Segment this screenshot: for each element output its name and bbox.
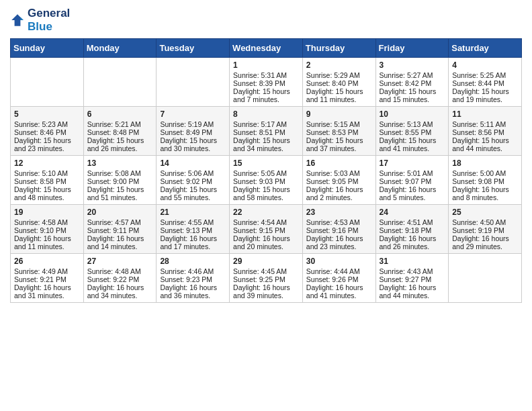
day-info-line: Daylight: 16 hours bbox=[87, 234, 153, 242]
calendar-day-25: 25Sunrise: 4:50 AMSunset: 9:19 PMDayligh… bbox=[449, 204, 522, 253]
day-info-line: Sunset: 9:08 PM bbox=[452, 177, 518, 185]
weekday-header-friday: Friday bbox=[375, 38, 449, 57]
day-info-line: Sunrise: 5:23 AM bbox=[14, 120, 80, 128]
day-info-line: Sunrise: 4:46 AM bbox=[160, 267, 226, 275]
calendar-day-7: 7Sunrise: 5:19 AMSunset: 8:49 PMDaylight… bbox=[157, 106, 230, 155]
day-info-line: Daylight: 15 hours bbox=[14, 136, 80, 144]
weekday-header-thursday: Thursday bbox=[302, 38, 375, 57]
day-number: 6 bbox=[87, 109, 153, 119]
day-info-line: Sunrise: 4:48 AM bbox=[87, 267, 153, 275]
day-info-line: and 36 minutes. bbox=[160, 291, 226, 300]
calendar-day-14: 14Sunrise: 5:06 AMSunset: 9:02 PMDayligh… bbox=[157, 155, 230, 204]
day-info-line: Sunset: 8:39 PM bbox=[233, 79, 299, 87]
day-info-line: Daylight: 16 hours bbox=[380, 234, 445, 242]
weekday-header-row: SundayMondayTuesdayWednesdayThursdayFrid… bbox=[11, 38, 522, 57]
day-number: 22 bbox=[233, 208, 299, 217]
day-number: 15 bbox=[233, 158, 299, 168]
day-info-line: Sunset: 9:11 PM bbox=[87, 226, 153, 234]
day-info-line: Sunset: 8:55 PM bbox=[380, 128, 445, 136]
day-number: 9 bbox=[306, 109, 372, 119]
day-info-line: Daylight: 15 hours bbox=[233, 136, 299, 144]
day-info-line: Sunset: 9:26 PM bbox=[306, 275, 372, 283]
day-info-line: Sunset: 9:16 PM bbox=[306, 226, 372, 234]
day-info-line: Daylight: 16 hours bbox=[306, 185, 372, 193]
day-info-line: and 31 minutes. bbox=[14, 291, 80, 300]
day-info-line: Daylight: 15 hours bbox=[233, 185, 299, 193]
calendar-day-11: 11Sunrise: 5:11 AMSunset: 8:56 PMDayligh… bbox=[449, 106, 522, 155]
day-info-line: Sunrise: 5:01 AM bbox=[380, 169, 445, 177]
day-info-line: and 34 minutes. bbox=[233, 144, 299, 152]
day-info-line: Sunrise: 5:19 AM bbox=[160, 120, 226, 128]
day-info-line: Sunrise: 4:53 AM bbox=[306, 218, 372, 226]
day-info-line: and 48 minutes. bbox=[14, 193, 80, 201]
day-info-line: and 17 minutes. bbox=[160, 242, 226, 250]
day-number: 1 bbox=[233, 60, 299, 70]
day-info-line: and 15 minutes. bbox=[380, 95, 445, 103]
calendar-day-27: 27Sunrise: 4:48 AMSunset: 9:22 PMDayligh… bbox=[83, 253, 157, 302]
day-number: 13 bbox=[87, 158, 153, 168]
day-info-line: and 51 minutes. bbox=[87, 193, 153, 201]
day-number: 3 bbox=[380, 60, 445, 70]
day-info-line: Sunrise: 4:43 AM bbox=[380, 267, 445, 275]
weekday-header-wednesday: Wednesday bbox=[230, 38, 303, 57]
day-info-line: Sunrise: 5:11 AM bbox=[452, 120, 518, 128]
day-info-line: and 23 minutes. bbox=[14, 144, 80, 152]
day-number: 17 bbox=[380, 158, 445, 168]
day-number: 16 bbox=[306, 158, 372, 168]
day-number: 21 bbox=[160, 208, 226, 217]
calendar-week-row: 1Sunrise: 5:31 AMSunset: 8:39 PMDaylight… bbox=[11, 57, 522, 106]
day-info-line: and 2 minutes. bbox=[306, 193, 372, 201]
day-info-line: Daylight: 15 hours bbox=[233, 87, 299, 95]
day-info-line: Sunrise: 4:54 AM bbox=[233, 218, 299, 226]
calendar-day-21: 21Sunrise: 4:55 AMSunset: 9:13 PMDayligh… bbox=[157, 204, 230, 253]
day-info-line: and 39 minutes. bbox=[233, 291, 299, 300]
day-number: 24 bbox=[380, 208, 445, 217]
calendar-empty-cell bbox=[11, 57, 84, 106]
day-info-line: and 5 minutes. bbox=[380, 193, 445, 201]
day-info-line: Sunset: 9:00 PM bbox=[87, 177, 153, 185]
day-info-line: Daylight: 15 hours bbox=[306, 136, 372, 144]
day-info-line: Daylight: 15 hours bbox=[160, 185, 226, 193]
day-info-line: Daylight: 16 hours bbox=[452, 185, 518, 193]
calendar-day-29: 29Sunrise: 4:45 AMSunset: 9:25 PMDayligh… bbox=[230, 253, 303, 302]
calendar-day-15: 15Sunrise: 5:05 AMSunset: 9:03 PMDayligh… bbox=[230, 155, 303, 204]
calendar-week-row: 12Sunrise: 5:10 AMSunset: 8:58 PMDayligh… bbox=[11, 155, 522, 204]
day-info-line: Sunrise: 5:13 AM bbox=[380, 120, 445, 128]
day-info-line: and 58 minutes. bbox=[233, 193, 299, 201]
day-info-line: and 41 minutes. bbox=[306, 291, 372, 300]
day-info-line: Daylight: 15 hours bbox=[14, 185, 80, 193]
day-info-line: Daylight: 15 hours bbox=[380, 136, 445, 144]
calendar-empty-cell bbox=[83, 57, 157, 106]
calendar-day-22: 22Sunrise: 4:54 AMSunset: 9:15 PMDayligh… bbox=[230, 204, 303, 253]
calendar-day-17: 17Sunrise: 5:01 AMSunset: 9:07 PMDayligh… bbox=[375, 155, 449, 204]
day-info-line: Sunset: 9:07 PM bbox=[380, 177, 445, 185]
day-number: 2 bbox=[306, 60, 372, 70]
day-info-line: Sunrise: 4:57 AM bbox=[87, 218, 153, 226]
day-info-line: and 26 minutes. bbox=[380, 242, 445, 250]
calendar-day-18: 18Sunrise: 5:00 AMSunset: 9:08 PMDayligh… bbox=[449, 155, 522, 204]
day-info-line: and 7 minutes. bbox=[233, 95, 299, 103]
calendar-day-26: 26Sunrise: 4:49 AMSunset: 9:21 PMDayligh… bbox=[11, 253, 84, 302]
day-info-line: Sunset: 8:46 PM bbox=[14, 128, 80, 136]
day-info-line: and 8 minutes. bbox=[452, 193, 518, 201]
day-info-line: Daylight: 15 hours bbox=[87, 136, 153, 144]
page: General Blue SundayMondayTuesdayWednesda… bbox=[0, 0, 532, 313]
day-info-line: and 55 minutes. bbox=[160, 193, 226, 201]
day-info-line: and 23 minutes. bbox=[306, 242, 372, 250]
day-info-line: Daylight: 15 hours bbox=[306, 87, 372, 95]
calendar-week-row: 5Sunrise: 5:23 AMSunset: 8:46 PMDaylight… bbox=[11, 106, 522, 155]
calendar-day-2: 2Sunrise: 5:29 AMSunset: 8:40 PMDaylight… bbox=[302, 57, 375, 106]
calendar-day-13: 13Sunrise: 5:08 AMSunset: 9:00 PMDayligh… bbox=[83, 155, 157, 204]
day-info-line: and 41 minutes. bbox=[380, 144, 445, 152]
weekday-header-monday: Monday bbox=[83, 38, 157, 57]
day-info-line: Sunset: 8:48 PM bbox=[87, 128, 153, 136]
day-info-line: and 37 minutes. bbox=[306, 144, 372, 152]
calendar-week-row: 26Sunrise: 4:49 AMSunset: 9:21 PMDayligh… bbox=[11, 253, 522, 302]
day-number: 23 bbox=[306, 208, 372, 217]
day-info-line: and 19 minutes. bbox=[452, 95, 518, 103]
calendar-day-8: 8Sunrise: 5:17 AMSunset: 8:51 PMDaylight… bbox=[230, 106, 303, 155]
logo: General Blue bbox=[10, 7, 70, 34]
day-info-line: Daylight: 15 hours bbox=[452, 87, 518, 95]
day-number: 5 bbox=[14, 109, 80, 119]
day-info-line: Daylight: 16 hours bbox=[380, 283, 445, 291]
